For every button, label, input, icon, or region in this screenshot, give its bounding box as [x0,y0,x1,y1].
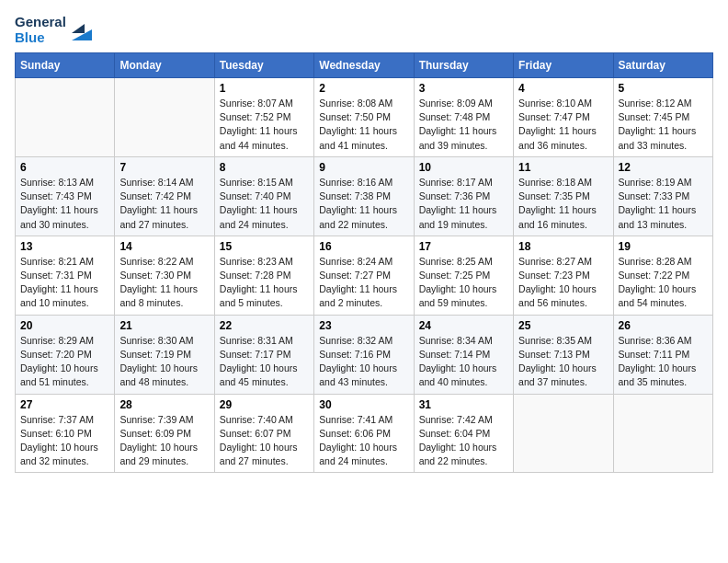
day-number: 18 [518,240,608,253]
calendar-table: SundayMondayTuesdayWednesdayThursdayFrid… [15,52,713,473]
day-info: Sunrise: 8:34 AMSunset: 7:14 PMDaylight:… [419,334,508,390]
day-info: Sunrise: 8:22 AMSunset: 7:30 PMDaylight:… [119,255,209,311]
calendar-week-row: 6Sunrise: 8:13 AMSunset: 7:43 PMDaylight… [16,156,713,236]
day-info: Sunrise: 8:10 AMSunset: 7:47 PMDaylight:… [518,97,608,153]
day-number: 1 [220,82,309,95]
day-number: 14 [119,240,209,253]
day-info: Sunrise: 8:25 AMSunset: 7:25 PMDaylight:… [419,255,508,311]
calendar-cell: 12Sunrise: 8:19 AMSunset: 7:33 PMDayligh… [613,156,712,236]
day-number: 15 [220,240,309,253]
day-number: 17 [419,240,508,253]
calendar-cell: 14Sunrise: 8:22 AMSunset: 7:30 PMDayligh… [115,236,214,315]
calendar-cell: 19Sunrise: 8:28 AMSunset: 7:22 PMDayligh… [613,236,712,315]
calendar-cell: 15Sunrise: 8:23 AMSunset: 7:28 PMDayligh… [214,236,313,315]
day-number: 13 [20,240,109,253]
calendar-cell: 26Sunrise: 8:36 AMSunset: 7:11 PMDayligh… [613,315,712,394]
day-info: Sunrise: 8:12 AMSunset: 7:45 PMDaylight:… [619,97,708,153]
day-info: Sunrise: 7:37 AMSunset: 6:10 PMDaylight:… [20,413,109,469]
calendar-week-row: 20Sunrise: 8:29 AMSunset: 7:20 PMDayligh… [16,315,713,394]
calendar-cell: 29Sunrise: 7:40 AMSunset: 6:07 PMDayligh… [214,394,313,473]
day-info: Sunrise: 7:42 AMSunset: 6:04 PMDaylight:… [419,413,508,469]
day-info: Sunrise: 8:13 AMSunset: 7:43 PMDaylight:… [20,176,109,232]
calendar-cell: 25Sunrise: 8:35 AMSunset: 7:13 PMDayligh… [514,315,613,394]
day-number: 16 [319,240,408,253]
weekday-header-cell: Monday [115,53,214,78]
calendar-week-row: 1Sunrise: 8:07 AMSunset: 7:52 PMDaylight… [16,78,713,157]
calendar-cell: 20Sunrise: 8:29 AMSunset: 7:20 PMDayligh… [16,315,115,394]
day-info: Sunrise: 7:41 AMSunset: 6:06 PMDaylight:… [319,413,408,469]
day-number: 5 [619,82,708,95]
weekday-header-row: SundayMondayTuesdayWednesdayThursdayFrid… [16,53,713,78]
calendar-cell: 11Sunrise: 8:18 AMSunset: 7:35 PMDayligh… [514,156,613,236]
day-number: 23 [319,319,408,332]
day-number: 4 [518,82,608,95]
day-info: Sunrise: 7:40 AMSunset: 6:07 PMDaylight:… [220,413,309,469]
day-number: 2 [319,82,408,95]
calendar-cell: 2Sunrise: 8:08 AMSunset: 7:50 PMDaylight… [314,78,414,157]
day-info: Sunrise: 8:17 AMSunset: 7:36 PMDaylight:… [419,176,508,232]
logo: General Blue [15,15,92,45]
day-info: Sunrise: 8:27 AMSunset: 7:23 PMDaylight:… [518,255,608,311]
day-number: 27 [20,398,109,411]
calendar-cell: 18Sunrise: 8:27 AMSunset: 7:23 PMDayligh… [514,236,613,315]
svg-marker-1 [72,24,85,33]
day-info: Sunrise: 8:32 AMSunset: 7:16 PMDaylight:… [319,334,408,390]
calendar-body: 1Sunrise: 8:07 AMSunset: 7:52 PMDaylight… [16,78,713,473]
calendar-cell [115,78,214,157]
day-info: Sunrise: 8:15 AMSunset: 7:40 PMDaylight:… [220,176,309,232]
day-info: Sunrise: 8:08 AMSunset: 7:50 PMDaylight:… [319,97,408,153]
day-info: Sunrise: 8:29 AMSunset: 7:20 PMDaylight:… [20,334,109,390]
weekday-header-cell: Thursday [414,53,513,78]
calendar-cell: 10Sunrise: 8:17 AMSunset: 7:36 PMDayligh… [414,156,513,236]
day-info: Sunrise: 8:21 AMSunset: 7:31 PMDaylight:… [20,255,109,311]
day-number: 11 [518,161,608,174]
day-number: 28 [119,398,209,411]
calendar-cell: 7Sunrise: 8:14 AMSunset: 7:42 PMDaylight… [115,156,214,236]
day-number: 26 [619,319,708,332]
day-number: 22 [220,319,309,332]
day-info: Sunrise: 8:14 AMSunset: 7:42 PMDaylight:… [119,176,209,232]
calendar-cell: 22Sunrise: 8:31 AMSunset: 7:17 PMDayligh… [214,315,313,394]
day-number: 25 [518,319,608,332]
day-number: 19 [619,240,708,253]
day-info: Sunrise: 8:35 AMSunset: 7:13 PMDaylight:… [518,334,608,390]
day-number: 31 [419,398,508,411]
calendar-cell: 6Sunrise: 8:13 AMSunset: 7:43 PMDaylight… [16,156,115,236]
day-info: Sunrise: 7:39 AMSunset: 6:09 PMDaylight:… [119,413,209,469]
calendar-cell: 17Sunrise: 8:25 AMSunset: 7:25 PMDayligh… [414,236,513,315]
calendar-week-row: 27Sunrise: 7:37 AMSunset: 6:10 PMDayligh… [16,394,713,473]
weekday-header-cell: Saturday [613,53,712,78]
calendar-cell: 24Sunrise: 8:34 AMSunset: 7:14 PMDayligh… [414,315,513,394]
calendar-week-row: 13Sunrise: 8:21 AMSunset: 7:31 PMDayligh… [16,236,713,315]
day-info: Sunrise: 8:30 AMSunset: 7:19 PMDaylight:… [119,334,209,390]
calendar-cell: 23Sunrise: 8:32 AMSunset: 7:16 PMDayligh… [314,315,414,394]
calendar-cell: 31Sunrise: 7:42 AMSunset: 6:04 PMDayligh… [414,394,513,473]
calendar-cell: 9Sunrise: 8:16 AMSunset: 7:38 PMDaylight… [314,156,414,236]
day-info: Sunrise: 8:19 AMSunset: 7:33 PMDaylight:… [619,176,708,232]
day-number: 3 [419,82,508,95]
calendar-cell: 5Sunrise: 8:12 AMSunset: 7:45 PMDaylight… [613,78,712,157]
day-number: 30 [319,398,408,411]
logo-blue: Blue [15,30,66,46]
calendar-cell: 13Sunrise: 8:21 AMSunset: 7:31 PMDayligh… [16,236,115,315]
day-number: 9 [319,161,408,174]
day-info: Sunrise: 8:07 AMSunset: 7:52 PMDaylight:… [220,97,309,153]
day-number: 21 [119,319,209,332]
calendar-cell [16,78,115,157]
day-number: 10 [419,161,508,174]
logo-arrow-icon [72,20,92,40]
day-info: Sunrise: 8:09 AMSunset: 7:48 PMDaylight:… [419,97,508,153]
weekday-header-cell: Friday [514,53,613,78]
weekday-header-cell: Sunday [16,53,115,78]
day-number: 8 [220,161,309,174]
day-number: 12 [619,161,708,174]
calendar-cell: 30Sunrise: 7:41 AMSunset: 6:06 PMDayligh… [314,394,414,473]
day-number: 29 [220,398,309,411]
calendar-cell [514,394,613,473]
day-info: Sunrise: 8:36 AMSunset: 7:11 PMDaylight:… [619,334,708,390]
calendar-cell: 3Sunrise: 8:09 AMSunset: 7:48 PMDaylight… [414,78,513,157]
calendar-cell: 8Sunrise: 8:15 AMSunset: 7:40 PMDaylight… [214,156,313,236]
calendar-cell: 4Sunrise: 8:10 AMSunset: 7:47 PMDaylight… [514,78,613,157]
day-number: 20 [20,319,109,332]
calendar-cell: 21Sunrise: 8:30 AMSunset: 7:19 PMDayligh… [115,315,214,394]
